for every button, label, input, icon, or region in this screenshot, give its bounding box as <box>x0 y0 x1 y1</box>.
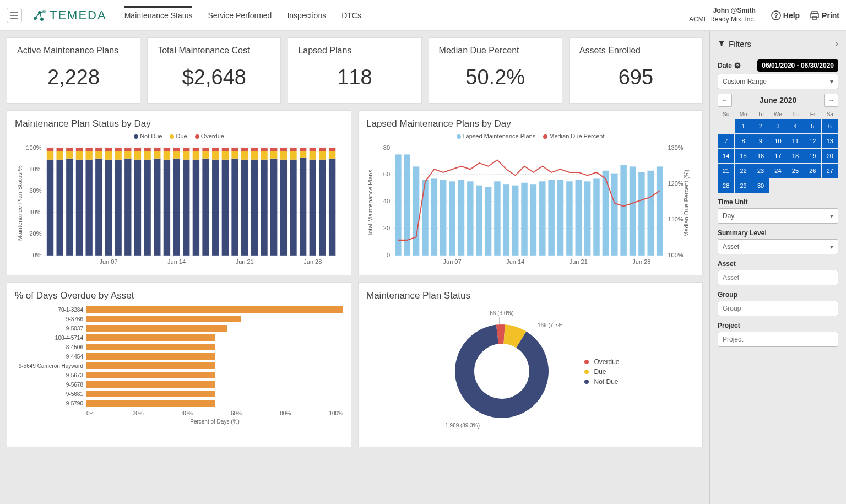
chart-legend: Lapsed Maintenance Plans Median Due Perc… <box>366 133 695 139</box>
cal-day[interactable]: 12 <box>804 134 821 148</box>
svg-rect-75 <box>222 160 229 256</box>
cal-day[interactable]: 20 <box>822 149 838 163</box>
kpi-card: Lapsed Plans118 <box>288 37 421 104</box>
company-name: ACME Ready Mix, Inc. <box>689 15 756 24</box>
summary-level-select[interactable]: Asset <box>718 239 838 254</box>
time-unit-select[interactable]: Day <box>718 208 838 224</box>
asset-input[interactable] <box>718 270 838 285</box>
svg-rect-66 <box>193 160 199 256</box>
svg-rect-57 <box>164 160 170 256</box>
cal-day[interactable]: 10 <box>769 134 786 148</box>
collapse-filters-icon[interactable]: › <box>836 39 838 48</box>
menu-button[interactable] <box>7 8 22 23</box>
cal-day[interactable]: 16 <box>752 149 769 163</box>
kpi-card: Median Due Percent50.2% <box>429 37 562 104</box>
nav-tabs: Maintenance Status Service Performed Ins… <box>124 8 361 23</box>
cal-day[interactable]: 24 <box>769 164 786 178</box>
info-icon[interactable]: ? <box>734 62 741 69</box>
cal-day[interactable]: 19 <box>804 149 821 163</box>
cal-day[interactable]: 27 <box>822 164 838 178</box>
cal-day[interactable]: 5 <box>804 119 821 133</box>
svg-rect-67 <box>193 151 199 160</box>
cal-next-button[interactable]: → <box>824 94 838 107</box>
svg-rect-59 <box>164 148 170 151</box>
svg-rect-148 <box>576 180 582 256</box>
cal-day[interactable]: 17 <box>769 149 786 163</box>
svg-rect-146 <box>557 180 563 256</box>
cal-day[interactable]: 28 <box>718 178 734 193</box>
group-input[interactable] <box>718 301 838 316</box>
logo-icon <box>32 8 46 23</box>
help-button[interactable]: ? Help <box>771 10 800 20</box>
kpi-value: 695 <box>579 66 692 89</box>
svg-rect-109 <box>329 151 335 159</box>
svg-rect-87 <box>261 160 267 256</box>
svg-rect-46 <box>124 151 131 159</box>
svg-rect-102 <box>310 160 316 256</box>
print-button[interactable]: Print <box>810 10 839 20</box>
svg-rect-149 <box>584 181 590 256</box>
svg-text:20: 20 <box>383 225 390 231</box>
card-status-by-day: Maintenance Plan Status by Day Not Due D… <box>7 110 351 275</box>
cal-day[interactable]: 1 <box>735 119 751 133</box>
svg-text:100%: 100% <box>26 144 41 150</box>
svg-rect-69 <box>202 159 209 256</box>
tab-dtcs[interactable]: DTCs <box>341 8 361 23</box>
tab-inspections[interactable]: Inspections <box>287 8 326 23</box>
cal-day[interactable]: 6 <box>822 119 838 133</box>
hamburger-icon <box>10 12 18 19</box>
svg-text:66 (3.0%): 66 (3.0%) <box>490 311 514 316</box>
svg-rect-157 <box>657 166 663 255</box>
range-type-select[interactable]: Custom Range <box>718 74 838 89</box>
filters-title: Filters <box>729 39 751 48</box>
svg-rect-150 <box>593 178 599 255</box>
svg-text:Jun 28: Jun 28 <box>632 258 650 265</box>
kpi-title: Active Maintenance Plans <box>17 46 130 56</box>
svg-rect-44 <box>115 148 121 151</box>
svg-rect-142 <box>521 183 527 256</box>
svg-rect-29 <box>66 148 73 151</box>
cal-day[interactable]: 29 <box>735 178 751 193</box>
cal-day[interactable]: 11 <box>787 134 804 148</box>
cal-day[interactable]: 15 <box>735 149 751 163</box>
cal-day[interactable]: 9 <box>752 134 769 148</box>
cal-prev-button[interactable]: ← <box>718 94 732 107</box>
svg-rect-27 <box>66 159 73 256</box>
cal-day[interactable]: 4 <box>787 119 804 133</box>
svg-rect-51 <box>144 160 150 256</box>
cal-day[interactable]: 8 <box>735 134 751 148</box>
cal-day[interactable]: 2 <box>752 119 769 133</box>
cal-day[interactable]: 18 <box>787 149 804 163</box>
svg-rect-39 <box>105 160 112 256</box>
cal-day[interactable]: 3 <box>769 119 786 133</box>
svg-rect-22 <box>47 151 53 160</box>
svg-text:?: ? <box>736 63 739 68</box>
tab-maintenance-status[interactable]: Maintenance Status <box>124 6 193 23</box>
cal-day[interactable]: 30 <box>752 178 769 193</box>
chart-title: Maintenance Plan Status by Day <box>15 118 343 129</box>
kpi-title: Total Maintenance Cost <box>158 46 270 56</box>
cal-day[interactable]: 7 <box>718 134 734 148</box>
kpi-value: 118 <box>298 66 411 89</box>
svg-rect-50 <box>134 148 141 151</box>
svg-rect-24 <box>56 160 63 256</box>
svg-rect-143 <box>530 184 536 256</box>
svg-rect-104 <box>310 148 316 151</box>
svg-rect-86 <box>251 148 258 151</box>
cal-day[interactable]: 14 <box>718 149 734 163</box>
svg-rect-58 <box>164 151 170 160</box>
cal-day[interactable]: 23 <box>752 164 769 178</box>
chart-title: Lapsed Maintenance Plans by Day <box>366 118 695 129</box>
svg-rect-33 <box>85 160 92 256</box>
cal-day[interactable]: 22 <box>735 164 751 178</box>
help-icon: ? <box>771 10 781 20</box>
tab-service-performed[interactable]: Service Performed <box>208 8 272 23</box>
kpi-value: 2,228 <box>17 66 130 89</box>
cal-day[interactable]: 13 <box>822 134 838 148</box>
cal-day[interactable]: 21 <box>718 164 734 178</box>
project-input[interactable] <box>718 332 838 347</box>
cal-month-title: June 2020 <box>760 96 797 105</box>
cal-day[interactable]: 26 <box>804 164 821 178</box>
cal-day[interactable]: 25 <box>787 164 804 178</box>
svg-rect-147 <box>566 181 572 256</box>
